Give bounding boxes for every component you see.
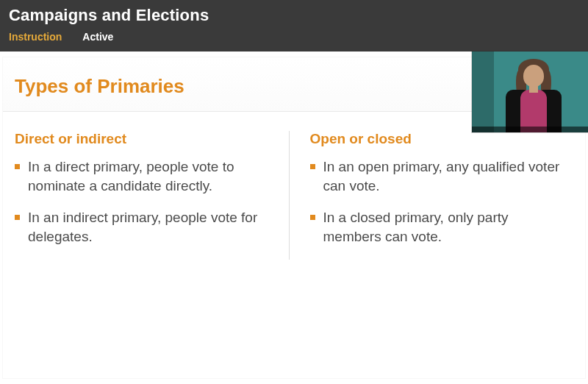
right-bullets: In an open primary, any qualified voter …: [310, 157, 567, 246]
lesson-title: Campaigns and Elections: [9, 4, 579, 25]
right-heading: Open or closed: [310, 131, 567, 147]
slide-columns: Direct or indirect In a direct primary, …: [3, 112, 585, 260]
left-bullets: In a direct primary, people vote to nomi…: [15, 157, 271, 246]
lesson-tabs: Instruction Active: [9, 31, 579, 43]
tab-instruction[interactable]: Instruction: [9, 31, 62, 43]
video-bg-accent: [472, 51, 494, 132]
person-icon: [523, 65, 544, 87]
list-item: In a closed primary, only party members …: [310, 208, 567, 246]
left-heading: Direct or indirect: [15, 131, 271, 147]
column-left: Direct or indirect In a direct primary, …: [15, 131, 289, 260]
list-item: In an open primary, any qualified voter …: [310, 157, 567, 195]
column-right: Open or closed In an open primary, any q…: [289, 131, 574, 260]
video-controls-bar[interactable]: [472, 127, 588, 132]
tab-active[interactable]: Active: [82, 31, 113, 43]
content-stage: Types of Primaries Direct or indirect In…: [0, 51, 588, 384]
instructor-video[interactable]: [472, 51, 588, 132]
list-item: In an indirect primary, people vote for …: [15, 208, 271, 246]
lesson-header: Campaigns and Elections Instruction Acti…: [0, 0, 588, 51]
list-item: In a direct primary, people vote to nomi…: [15, 157, 271, 195]
